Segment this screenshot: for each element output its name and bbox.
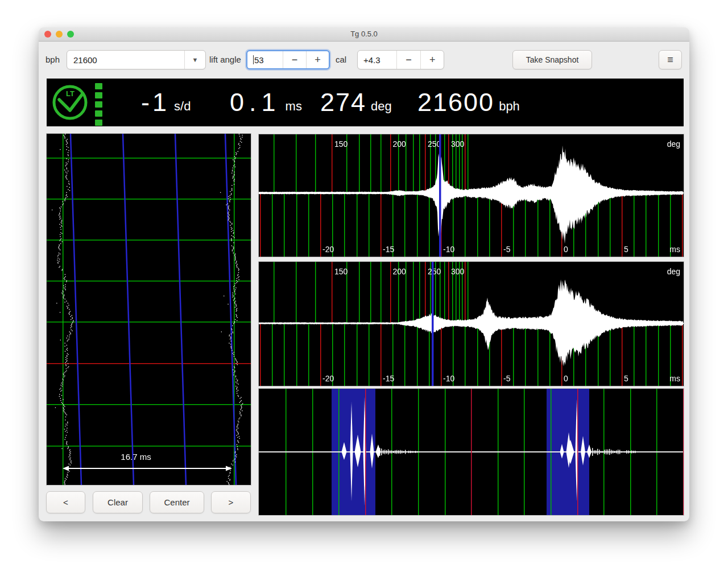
- hamburger-icon: ≡: [667, 54, 673, 66]
- lift-angle-field[interactable]: 53: [247, 51, 283, 68]
- cal-label: cal: [336, 50, 346, 69]
- lift-angle-minus-button[interactable]: −: [283, 51, 306, 68]
- scroll-left-button[interactable]: <: [46, 491, 85, 513]
- center-button[interactable]: Center: [150, 491, 204, 513]
- signal-block-icon: [95, 120, 102, 126]
- cal-plus-button[interactable]: +: [420, 51, 444, 69]
- bph-combobox[interactable]: 21600 ▼: [67, 50, 206, 69]
- bph-value: 21600: [417, 79, 494, 126]
- rate-readout: -1 s/d: [141, 79, 191, 126]
- paperstrip-panel[interactable]: [46, 133, 251, 485]
- bph-label: bph: [46, 50, 60, 69]
- amplitude-readout: 274 deg: [320, 79, 392, 126]
- beat-error-value: 0.1: [230, 79, 281, 126]
- cal-spinner: +4.3 − +: [357, 50, 444, 69]
- bph-unit: bph: [499, 91, 520, 114]
- signal-block-icon: [95, 101, 102, 108]
- menu-button[interactable]: ≡: [659, 50, 682, 69]
- svg-text:LT: LT: [66, 89, 75, 98]
- tick-waveform-panel: [258, 134, 684, 257]
- bph-readout: 21600 bph: [417, 79, 520, 126]
- rate-unit: s/d: [174, 91, 191, 114]
- signal-block-icon: [95, 83, 102, 89]
- window-title: Tg 0.5.0: [39, 30, 689, 38]
- take-snapshot-button[interactable]: Take Snapshot: [512, 50, 592, 69]
- rate-value: -1: [141, 79, 169, 126]
- signal-block-icon: [95, 110, 102, 117]
- titlebar[interactable]: Tg 0.5.0: [39, 27, 689, 42]
- scroll-right-button[interactable]: >: [211, 491, 251, 513]
- chevron-down-icon[interactable]: ▼: [184, 51, 205, 69]
- beat-error-readout: 0.1 ms: [230, 79, 302, 126]
- text-caret: [253, 55, 254, 64]
- desktop: Tg 0.5.0 bph 21600 ▼ lift angle 53 − + c…: [0, 0, 728, 572]
- beat-error-unit: ms: [286, 91, 302, 114]
- lift-angle-plus-button[interactable]: +: [306, 51, 329, 68]
- lift-angle-label: lift angle: [209, 50, 241, 69]
- amplitude-unit: deg: [371, 91, 392, 114]
- clear-button[interactable]: Clear: [93, 491, 143, 513]
- app-window: Tg 0.5.0 bph 21600 ▼ lift angle 53 − + c…: [39, 27, 689, 521]
- beat-comparison-panel: [258, 388, 684, 516]
- clock-check-icon: LT: [51, 84, 89, 121]
- readout-bar: LT -1 s/d 0.1 ms 274 deg 21600 bph: [47, 79, 684, 126]
- bph-combobox-value: 21600: [67, 55, 184, 65]
- cal-field[interactable]: +4.3: [358, 51, 396, 69]
- cal-minus-button[interactable]: −: [396, 51, 421, 69]
- amplitude-value: 274: [320, 79, 366, 126]
- tock-waveform-panel: [258, 261, 684, 386]
- signal-block-icon: [95, 92, 102, 98]
- lift-angle-spinner: 53 − +: [246, 50, 330, 69]
